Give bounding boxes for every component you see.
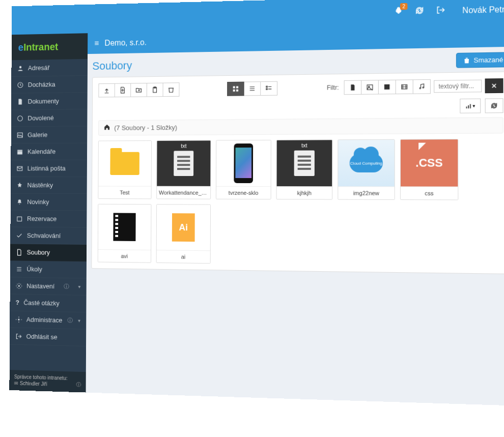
view-grid-button[interactable]: [227, 82, 244, 96]
view-list-button[interactable]: [244, 81, 261, 96]
signout-icon: [15, 333, 22, 340]
file-img-tvrzene[interactable]: tvrzene-sklo: [216, 140, 271, 199]
file-label: ai: [157, 250, 210, 263]
logout-icon[interactable]: [436, 5, 445, 17]
sidebar-item-dovolene[interactable]: Dovolené: [11, 109, 88, 127]
doc-icon: [17, 98, 23, 105]
filter-audio-button[interactable]: [413, 79, 431, 94]
sidebar-item-adresar[interactable]: Adresář: [11, 59, 88, 77]
sidebar-item-ukoly[interactable]: Úkoly: [10, 260, 87, 278]
paste-button[interactable]: [147, 83, 163, 97]
sidebar-item-schvalovani[interactable]: Schvalování: [10, 227, 87, 245]
sidebar-item-posta[interactable]: Listinná pošta: [11, 160, 87, 177]
refresh-icon[interactable]: [415, 6, 425, 17]
svg-rect-20: [384, 84, 390, 86]
file-css[interactable]: .CSS css: [400, 139, 458, 200]
file-avi[interactable]: avi: [98, 204, 152, 263]
svg-rect-24: [466, 106, 467, 108]
filter-images-button[interactable]: [361, 80, 379, 95]
path-info: (7 Soubory - 1 Složky): [114, 124, 177, 132]
sidebar-footer: Správce tohoto intranetu: ✉ Schindler Ji…: [9, 370, 86, 393]
sidebar-item-faq[interactable]: ? Časté otázky: [10, 294, 86, 312]
mail-icon: [16, 165, 23, 172]
txt-badge: txt: [181, 143, 186, 149]
files-grid: Test txt Workattendance_d... tvrzene-skl…: [98, 139, 503, 268]
svg-rect-15: [266, 86, 267, 87]
gallery-icon: [17, 131, 23, 138]
file-img-cloud[interactable]: Cloud Computing img22new: [338, 139, 395, 200]
vacation-icon: [17, 115, 23, 122]
filter-docs-button[interactable]: [344, 80, 362, 95]
sidebar-item-dokumenty[interactable]: Dokumenty: [11, 93, 88, 110]
refresh-button[interactable]: [485, 98, 503, 113]
filter-archive-button[interactable]: [379, 80, 396, 95]
sidebar-item-label: Časté otázky: [23, 299, 59, 307]
file-ai[interactable]: Ai ai: [156, 204, 211, 264]
sidebar-item-label: Listinná pošta: [27, 165, 66, 172]
sidebar-item-odhlasit[interactable]: Odhlásit se: [10, 328, 86, 346]
file-label: kjhkjh: [277, 186, 332, 199]
doc-icon: [294, 151, 315, 176]
sidebar-item-nastenky[interactable]: Nástěnky: [11, 177, 87, 194]
contacts-icon: [17, 65, 24, 72]
deleted-button[interactable]: Smazané: [456, 52, 504, 68]
sidebar-item-label: Dokumenty: [27, 97, 59, 105]
sidebar-item-label: Dovolené: [27, 114, 53, 122]
sidebar-item-label: Rezervace: [27, 215, 57, 223]
txt-badge: txt: [301, 142, 307, 149]
bell-icon: [16, 198, 23, 206]
file-txt-workattendance[interactable]: txt Workattendance_d...: [156, 140, 211, 199]
hamburger-icon[interactable]: ≡: [94, 39, 99, 48]
file-folder-test[interactable]: Test: [98, 140, 152, 199]
breadcrumb: (7 Soubory - 1 Složky): [98, 117, 503, 135]
view-detail-button[interactable]: [261, 81, 278, 96]
sidebar-item-label: Adresář: [28, 64, 49, 72]
sidebar-item-soubory[interactable]: Soubory: [10, 244, 87, 261]
sidebar-item-administrace[interactable]: Administrace ⓘ ▾: [10, 311, 86, 329]
sort-button[interactable]: ▾: [460, 99, 481, 113]
home-icon[interactable]: [103, 124, 110, 132]
folder-icon: [110, 152, 139, 175]
notifications-icon[interactable]: 2: [394, 6, 403, 18]
sidebar-item-novinky[interactable]: Novinky: [11, 194, 87, 211]
svg-rect-6: [17, 217, 22, 221]
clear-filter-button[interactable]: [485, 78, 503, 93]
check-icon: [16, 232, 22, 239]
tasks-icon: [16, 266, 22, 273]
css-icon: .CSS: [401, 139, 458, 186]
svg-rect-4: [17, 150, 22, 154]
filter-label: Filtr:: [327, 84, 339, 91]
ai-icon: Ai: [172, 213, 195, 242]
file-txt-kjhkjh[interactable]: txt kjhkjh: [276, 139, 333, 199]
page-title: Soubory: [92, 59, 132, 73]
video-icon: [113, 213, 135, 241]
sidebar-item-galerie[interactable]: Galerie: [11, 126, 88, 143]
file-label: avi: [98, 249, 151, 263]
logo: eIntranet: [12, 33, 88, 60]
delete-button[interactable]: [163, 82, 180, 97]
sidebar-item-rezervace[interactable]: Rezervace: [10, 211, 87, 228]
filter-video-button[interactable]: [396, 79, 413, 94]
svg-rect-16: [266, 89, 267, 90]
phone-icon: [234, 143, 253, 183]
username-label[interactable]: Novák Petr: [462, 5, 504, 15]
svg-rect-14: [236, 90, 238, 92]
svg-rect-19: [384, 85, 390, 90]
deleted-button-label: Smazané: [474, 56, 503, 64]
svg-point-23: [423, 87, 424, 88]
svg-point-8: [18, 318, 19, 320]
file-label: img22new: [338, 186, 394, 199]
sidebar-item-dochazka[interactable]: Docházka: [11, 76, 88, 94]
sidebar-item-nastaveni[interactable]: Nastavení ⓘ ▾: [10, 277, 87, 296]
svg-point-2: [18, 115, 23, 121]
filter-input[interactable]: [434, 80, 482, 93]
clock-icon: [17, 81, 23, 89]
upload-button[interactable]: [98, 83, 115, 98]
calendar-icon: [17, 148, 23, 155]
sidebar-item-kalendare[interactable]: Kalendáře: [11, 143, 87, 160]
new-folder-button[interactable]: [131, 83, 147, 97]
file-label: css: [401, 186, 458, 199]
sidebar-item-label: Docházka: [28, 81, 55, 89]
new-file-button[interactable]: [115, 83, 131, 97]
file-label: Workattendance_d...: [157, 186, 210, 199]
